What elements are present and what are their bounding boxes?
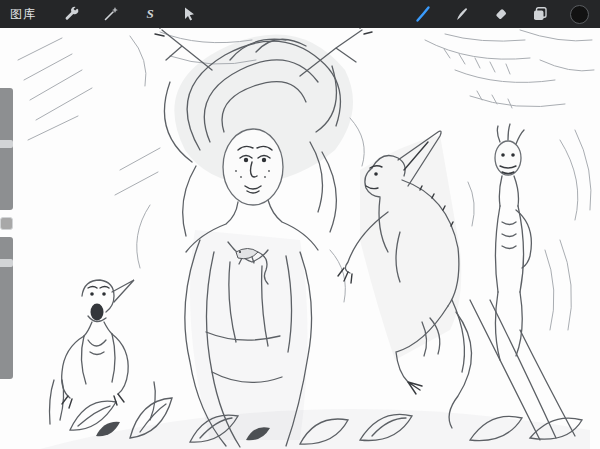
toolbar-left-group: 图库 S <box>10 3 200 25</box>
modify-button[interactable] <box>0 217 13 230</box>
color-swatch <box>570 5 589 24</box>
left-sidebar <box>0 88 13 379</box>
tonal-washes <box>40 34 590 449</box>
gallery-button[interactable]: 图库 <box>10 3 36 25</box>
top-toolbar: 图库 S <box>0 0 600 28</box>
toolbar-right-group <box>412 3 590 25</box>
opacity-handle[interactable] <box>0 259 13 267</box>
layers-icon <box>531 5 549 23</box>
eraser-button[interactable] <box>490 3 512 25</box>
actions-button[interactable] <box>61 3 83 25</box>
adjustments-button[interactable] <box>100 3 122 25</box>
smudge-brush-icon <box>453 5 471 23</box>
selection-s-icon: S <box>146 6 153 22</box>
goblin-left <box>62 280 134 398</box>
brush-size-handle[interactable] <box>0 140 13 148</box>
eraser-icon <box>492 5 510 23</box>
creature-far-right <box>470 124 575 440</box>
paint-brush-button[interactable] <box>412 3 434 25</box>
selection-button[interactable]: S <box>139 3 161 25</box>
cursor-arrow-icon <box>180 5 198 23</box>
drawing-canvas[interactable] <box>0 28 600 449</box>
paint-brush-icon <box>414 5 432 23</box>
magic-wand-icon <box>102 5 120 23</box>
opacity-slider[interactable] <box>0 237 13 379</box>
wrench-icon <box>63 5 81 23</box>
transform-button[interactable] <box>178 3 200 25</box>
layers-button[interactable] <box>529 3 551 25</box>
artwork-sketch <box>0 28 600 449</box>
brush-size-slider[interactable] <box>0 88 13 210</box>
color-swatch-button[interactable] <box>568 3 590 25</box>
smudge-button[interactable] <box>451 3 473 25</box>
